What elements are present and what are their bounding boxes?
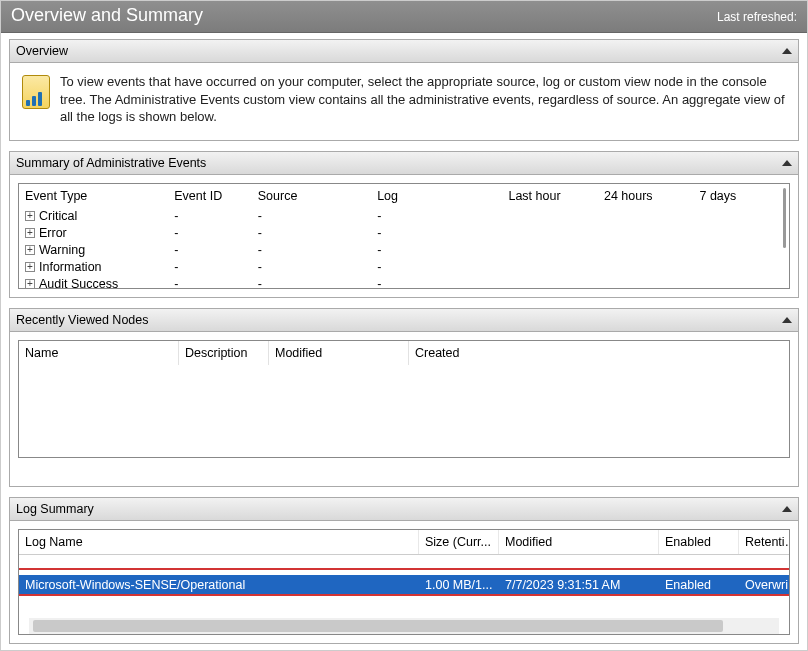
cell-enabled xyxy=(659,595,739,615)
cell-size: 1.00 MB/1... xyxy=(419,575,499,595)
overview-header[interactable]: Overview xyxy=(10,40,798,63)
cell-log: - xyxy=(371,276,502,289)
cell-d7 xyxy=(693,259,789,276)
admin-events-row[interactable]: +Audit Success--- xyxy=(19,276,789,289)
col-24-hours[interactable]: 24 hours xyxy=(598,184,694,208)
col-modified[interactable]: Modified xyxy=(269,341,409,365)
cell-d7 xyxy=(693,225,789,242)
cell-source: - xyxy=(252,208,371,225)
cell-modified xyxy=(499,555,659,575)
admin-events-header[interactable]: Summary of Administrative Events xyxy=(10,152,798,175)
col-source[interactable]: Source xyxy=(252,184,371,208)
log-row[interactable] xyxy=(19,595,789,615)
scrollbar-thumb[interactable] xyxy=(783,188,786,248)
cell-log_name xyxy=(19,595,419,615)
overview-icon xyxy=(22,75,50,109)
log-row[interactable] xyxy=(19,555,789,575)
col-7-days[interactable]: 7 days xyxy=(693,184,789,208)
log-summary-columns[interactable]: Log Name Size (Curr... Modified Enabled … xyxy=(19,530,789,555)
event-type-label: Information xyxy=(39,260,102,274)
expand-icon[interactable]: + xyxy=(25,262,35,272)
page-title: Overview and Summary xyxy=(11,5,203,26)
overview-header-label: Overview xyxy=(16,44,68,58)
cell-source: - xyxy=(252,225,371,242)
cell-last_hour xyxy=(502,208,598,225)
cell-h24 xyxy=(598,208,694,225)
col-name[interactable]: Name xyxy=(19,341,179,365)
horizontal-scrollbar[interactable] xyxy=(29,618,779,634)
cell-retention: Overwrite e xyxy=(739,575,790,595)
cell-last_hour xyxy=(502,276,598,289)
event-viewer-summary: Overview and Summary Last refreshed: Ove… xyxy=(0,0,808,651)
collapse-icon[interactable] xyxy=(782,48,792,54)
event-type-label: Error xyxy=(39,226,67,240)
cell-h24 xyxy=(598,276,694,289)
cell-event_id: - xyxy=(168,208,252,225)
content-area: Overview To view events that have occurr… xyxy=(1,33,807,650)
col-size[interactable]: Size (Curr... xyxy=(419,530,499,554)
cell-modified: 7/7/2023 9:31:51 AM xyxy=(499,575,659,595)
recent-nodes-header-label: Recently Viewed Nodes xyxy=(16,313,148,327)
col-retention[interactable]: Retention P xyxy=(739,530,790,554)
admin-events-columns[interactable]: Event Type Event ID Source Log Last hour… xyxy=(19,184,789,208)
admin-events-row[interactable]: +Critical--- xyxy=(19,208,789,225)
admin-events-row[interactable]: +Warning--- xyxy=(19,242,789,259)
cell-modified xyxy=(499,595,659,615)
admin-events-grid[interactable]: Event Type Event ID Source Log Last hour… xyxy=(18,183,790,289)
collapse-icon[interactable] xyxy=(782,317,792,323)
collapse-icon[interactable] xyxy=(782,506,792,512)
recent-nodes-header[interactable]: Recently Viewed Nodes xyxy=(10,309,798,332)
overview-text: To view events that have occurred on you… xyxy=(60,73,786,126)
expand-icon[interactable]: + xyxy=(25,279,35,289)
col-created[interactable]: Created xyxy=(409,341,789,365)
col-event-id[interactable]: Event ID xyxy=(168,184,252,208)
event-type-label: Warning xyxy=(39,243,85,257)
overview-panel: Overview To view events that have occurr… xyxy=(9,39,799,141)
recent-nodes-columns[interactable]: Name Description Modified Created xyxy=(19,341,789,365)
cell-last_hour xyxy=(502,242,598,259)
log-summary-header-label: Log Summary xyxy=(16,502,94,516)
cell-event_id: - xyxy=(168,225,252,242)
col-log[interactable]: Log xyxy=(371,184,502,208)
admin-events-row[interactable]: +Error--- xyxy=(19,225,789,242)
col-modified[interactable]: Modified xyxy=(499,530,659,554)
col-last-hour[interactable]: Last hour xyxy=(502,184,598,208)
cell-log: - xyxy=(371,208,502,225)
recent-nodes-grid[interactable]: Name Description Modified Created xyxy=(18,340,790,458)
cell-last_hour xyxy=(502,225,598,242)
log-row[interactable]: Microsoft-Windows-SENSE/Operational1.00 … xyxy=(19,575,789,595)
col-log-name[interactable]: Log Name xyxy=(19,530,419,554)
expand-icon[interactable]: + xyxy=(25,245,35,255)
cell-log: - xyxy=(371,259,502,276)
cell-d7 xyxy=(693,208,789,225)
cell-h24 xyxy=(598,225,694,242)
cell-event_id: - xyxy=(168,242,252,259)
cell-size xyxy=(419,555,499,575)
scrollbar-thumb[interactable] xyxy=(33,620,723,632)
admin-events-row[interactable]: +Information--- xyxy=(19,259,789,276)
log-summary-panel: Log Summary Log Name Size (Curr... Modif… xyxy=(9,497,799,644)
expand-icon[interactable]: + xyxy=(25,228,35,238)
log-summary-header[interactable]: Log Summary xyxy=(10,498,798,521)
log-summary-grid[interactable]: Log Name Size (Curr... Modified Enabled … xyxy=(18,529,790,635)
col-enabled[interactable]: Enabled xyxy=(659,530,739,554)
last-refreshed-label: Last refreshed: xyxy=(717,10,797,24)
col-event-type[interactable]: Event Type xyxy=(19,184,168,208)
cell-source: - xyxy=(252,242,371,259)
admin-events-header-label: Summary of Administrative Events xyxy=(16,156,206,170)
cell-d7 xyxy=(693,276,789,289)
event-type-label: Audit Success xyxy=(39,277,118,289)
cell-h24 xyxy=(598,259,694,276)
collapse-icon[interactable] xyxy=(782,160,792,166)
cell-source: - xyxy=(252,259,371,276)
cell-log: - xyxy=(371,242,502,259)
cell-retention xyxy=(739,555,790,575)
cell-event_id: - xyxy=(168,276,252,289)
cell-d7 xyxy=(693,242,789,259)
cell-h24 xyxy=(598,242,694,259)
titlebar: Overview and Summary Last refreshed: xyxy=(1,1,807,33)
cell-size xyxy=(419,595,499,615)
cell-source: - xyxy=(252,276,371,289)
expand-icon[interactable]: + xyxy=(25,211,35,221)
col-description[interactable]: Description xyxy=(179,341,269,365)
